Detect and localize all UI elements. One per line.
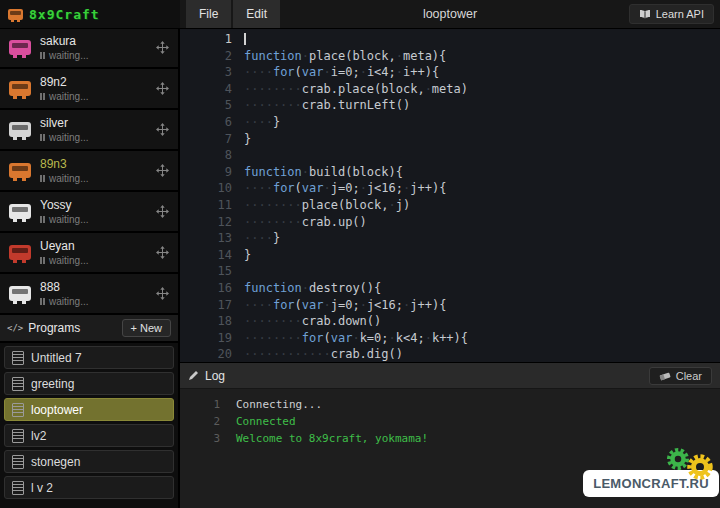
- player-status: waiting...: [40, 214, 147, 225]
- robot-avatar-icon: [9, 245, 31, 260]
- editor-line[interactable]: 8: [180, 147, 720, 164]
- menu-edit[interactable]: Edit: [233, 0, 280, 28]
- player-list: sakurawaiting...89n2waiting...silverwait…: [0, 28, 178, 315]
- editor-line[interactable]: 1: [180, 31, 720, 48]
- player-row-sakura[interactable]: sakurawaiting...: [0, 28, 178, 69]
- code-text: ············crab.dig(): [244, 346, 403, 362]
- line-number: 2: [180, 48, 244, 65]
- player-row-silver[interactable]: silverwaiting...: [0, 110, 178, 151]
- robot-avatar-icon: [9, 204, 31, 219]
- code-text: [244, 31, 246, 48]
- code-text: ········crab.turnLeft(): [244, 97, 410, 114]
- programs-title: </> Programs: [7, 321, 80, 335]
- player-status: waiting...: [40, 296, 147, 307]
- program-name: looptower: [31, 403, 83, 417]
- editor-line[interactable]: 2function·place(block,·meta){: [180, 48, 720, 65]
- code-brackets-icon: </>: [7, 323, 23, 333]
- player-status: waiting...: [40, 50, 147, 61]
- player-name: 89n3: [40, 157, 147, 171]
- editor-line[interactable]: 16function·destroy(){: [180, 280, 720, 297]
- text-cursor: [244, 33, 246, 45]
- line-number: 5: [180, 97, 244, 114]
- line-number: 16: [180, 280, 244, 297]
- program-item-l-v-2[interactable]: l v 2: [4, 476, 174, 499]
- code-text: function·build(block){: [244, 164, 403, 181]
- move-crosshair-icon[interactable]: [156, 287, 169, 300]
- code-text: ········crab.up(): [244, 214, 367, 231]
- editor-line[interactable]: 19········for(var·k=0;·k<4;·k++){: [180, 330, 720, 347]
- editor-line[interactable]: 18········crab.down(): [180, 313, 720, 330]
- program-name: lv2: [31, 429, 46, 443]
- player-row-ueyan[interactable]: Ueyanwaiting...: [0, 233, 178, 274]
- player-name: sakura: [40, 34, 147, 48]
- program-item-looptower[interactable]: looptower: [4, 398, 174, 421]
- log-line-number: 1: [180, 396, 236, 413]
- learn-api-button[interactable]: Learn API: [629, 4, 714, 24]
- log-title: Log: [188, 369, 225, 383]
- move-crosshair-icon[interactable]: [156, 164, 169, 177]
- code-text: ····for(var·j=0;·j<16;·j++){: [244, 297, 446, 314]
- program-item-greeting[interactable]: greeting: [4, 372, 174, 395]
- status-text: waiting...: [49, 296, 88, 307]
- player-row-888[interactable]: 888waiting...: [0, 274, 178, 315]
- editor-line[interactable]: 7}: [180, 131, 720, 148]
- program-item-untitled-7[interactable]: Untitled 7: [4, 346, 174, 369]
- player-row-yossy[interactable]: Yossywaiting...: [0, 192, 178, 233]
- line-number: 15: [180, 263, 244, 280]
- program-name: l v 2: [31, 481, 53, 495]
- logo-robot-icon: [8, 9, 23, 20]
- editor-line[interactable]: 4········crab.place(block,·meta): [180, 81, 720, 98]
- clear-log-button[interactable]: Clear: [649, 367, 712, 385]
- menu-file[interactable]: File: [186, 0, 231, 28]
- document-icon: [12, 351, 24, 365]
- code-editor[interactable]: 12function·place(block,·meta){3····for(v…: [180, 28, 720, 362]
- code-text: function·destroy(){: [244, 280, 381, 297]
- player-info: Ueyanwaiting...: [40, 239, 147, 266]
- log-label: Log: [205, 369, 225, 383]
- editor-line[interactable]: 6····}: [180, 114, 720, 131]
- move-crosshair-icon[interactable]: [156, 205, 169, 218]
- log-line-number: 2: [180, 413, 236, 430]
- log-entry: 2Connected: [180, 413, 720, 430]
- player-name: 89n2: [40, 75, 147, 89]
- editor-line[interactable]: 5········crab.turnLeft(): [180, 97, 720, 114]
- editor-line[interactable]: 20············crab.dig(): [180, 346, 720, 362]
- editor-line[interactable]: 14}: [180, 247, 720, 264]
- log-message: Connecting...: [236, 396, 322, 413]
- move-crosshair-icon[interactable]: [156, 123, 169, 136]
- code-text: ····}: [244, 230, 280, 247]
- player-row-89n3[interactable]: 89n3waiting...: [0, 151, 178, 192]
- move-crosshair-icon[interactable]: [156, 41, 169, 54]
- editor-line[interactable]: 15: [180, 263, 720, 280]
- editor-line[interactable]: 3····for(var·i=0;·i<4;·i++){: [180, 64, 720, 81]
- topbar: 8x9Craft FileEdit looptower Learn API: [0, 0, 720, 29]
- status-text: waiting...: [49, 255, 88, 266]
- status-text: waiting...: [49, 50, 88, 61]
- document-icon: [12, 481, 24, 495]
- editor-line[interactable]: 11········place(block,·j): [180, 197, 720, 214]
- line-number: 8: [180, 147, 244, 164]
- move-crosshair-icon[interactable]: [156, 246, 169, 259]
- logo-text: 8x9Craft: [29, 7, 100, 22]
- line-number: 3: [180, 64, 244, 81]
- editor-line[interactable]: 13····}: [180, 230, 720, 247]
- editor-line[interactable]: 9function·build(block){: [180, 164, 720, 181]
- move-crosshair-icon[interactable]: [156, 82, 169, 95]
- player-name: 888: [40, 280, 147, 294]
- program-item-stonegen[interactable]: stonegen: [4, 450, 174, 473]
- editor-line[interactable]: 17····for(var·j=0;·j<16;·j++){: [180, 297, 720, 314]
- new-program-button[interactable]: + New: [122, 319, 172, 337]
- line-number: 9: [180, 164, 244, 181]
- code-text: ········crab.down(): [244, 313, 381, 330]
- program-list: Untitled 7greetinglooptowerlv2stonegenl …: [0, 343, 178, 502]
- editor-line[interactable]: 10····for(var·j=0;·j<16;·j++){: [180, 180, 720, 197]
- status-text: waiting...: [49, 91, 88, 102]
- editor-line[interactable]: 12········crab.up(): [180, 214, 720, 231]
- eraser-icon: [659, 371, 671, 381]
- book-icon: [639, 9, 651, 19]
- status-text: waiting...: [49, 214, 88, 225]
- player-row-89n2[interactable]: 89n2waiting...: [0, 69, 178, 110]
- pause-icon: [40, 216, 45, 223]
- program-item-lv2[interactable]: lv2: [4, 424, 174, 447]
- player-info: Yossywaiting...: [40, 198, 147, 225]
